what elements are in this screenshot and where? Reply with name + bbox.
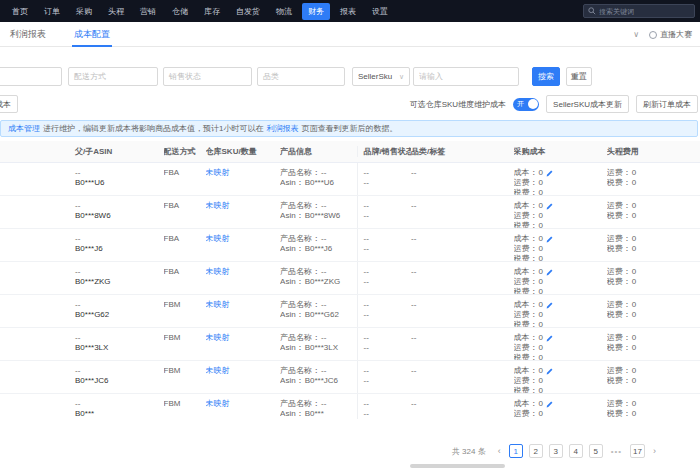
profit-report-link[interactable]: 利润报表 — [266, 123, 298, 134]
page-number-button[interactable]: 17 — [630, 444, 645, 458]
action-right-group: 可选仓库SKU维度维护成本 开 SellerSKU成本更新 刷新订单成本 — [410, 95, 698, 113]
prev-page-button[interactable]: ‹ — [496, 446, 503, 456]
cell-warehouse-sku: 未映射 — [206, 262, 281, 294]
table-row: -- B0***J6 FBA 未映射 产品名称： -- Asin： B0***J… — [0, 229, 700, 262]
tax-value: 0 — [539, 254, 543, 261]
hl-tax-label: 税费： — [607, 277, 631, 287]
global-search-input[interactable] — [599, 8, 689, 15]
freight-value: 0 — [539, 277, 543, 287]
reset-button[interactable]: 重置 — [566, 67, 592, 86]
chevron-down-icon[interactable]: ∨ — [633, 30, 639, 39]
notice-banner: 成本管理 进行维护，编辑更新成本将影响商品成本值，预计1小时可以在 利润报表 页… — [0, 120, 698, 137]
hl-freight-value: 0 — [632, 234, 636, 244]
hl-tax-value: 0 — [632, 244, 636, 254]
keyword-input[interactable] — [419, 72, 513, 81]
horizontal-scrollbar[interactable] — [410, 464, 505, 468]
hl-freight-value: 0 — [632, 333, 636, 343]
shop-filter-input[interactable] — [0, 72, 56, 81]
topnav-item[interactable]: 报表 — [334, 3, 362, 20]
cost-label: 成本： — [514, 201, 538, 211]
edit-cost-icon[interactable] — [546, 335, 553, 342]
edit-cost-icon[interactable] — [546, 401, 553, 408]
notice-text-1: 进行维护，编辑更新成本将影响商品成本值，预计1小时可以在 — [43, 123, 263, 134]
unmapped-link[interactable]: 未映射 — [206, 399, 230, 408]
unmapped-link[interactable]: 未映射 — [206, 234, 230, 243]
edit-cost-icon[interactable] — [546, 170, 553, 177]
edit-cost-icon[interactable] — [546, 236, 553, 243]
edit-cost-icon[interactable] — [546, 302, 553, 309]
warehouse-sku-toggle[interactable]: 开 — [513, 98, 539, 111]
sale-status-select[interactable]: 销售状态 — [163, 67, 252, 86]
sellersku-cost-update-button[interactable]: SellerSKU成本更新 — [546, 95, 629, 113]
unmapped-link[interactable]: 未映射 — [206, 333, 230, 342]
table-row: -- B0***U6 FBA 未映射 产品名称： -- Asin： B0***U… — [0, 163, 700, 196]
asin-value: B0***U6 — [305, 178, 334, 188]
global-search-box[interactable] — [583, 4, 695, 18]
unmapped-link[interactable]: 未映射 — [206, 267, 230, 276]
product-name-label: 产品名称： — [280, 168, 320, 178]
search-button[interactable]: 搜索 — [532, 67, 560, 86]
cell-warehouse-sku: 未映射 — [206, 163, 281, 195]
topnav-item[interactable]: 订单 — [38, 3, 66, 20]
edit-cost-icon[interactable] — [546, 203, 553, 210]
topnav-item[interactable]: 首页 — [6, 3, 34, 20]
tab-item[interactable]: 成本配置 — [74, 22, 110, 47]
cell-category-tag: -- — [411, 361, 514, 393]
import-cost-button[interactable]: 成本 — [0, 95, 18, 113]
page-number-button[interactable]: 4 — [569, 444, 583, 458]
parent-asin: -- — [75, 267, 164, 277]
brand-value: -- — [363, 399, 411, 409]
next-page-button[interactable]: › — [651, 446, 658, 456]
cell-category-tag: -- — [411, 229, 514, 261]
category-select[interactable]: 品类 — [257, 67, 345, 86]
keyword-box[interactable] — [413, 67, 519, 86]
cost-label: 成本： — [514, 333, 538, 343]
cell-delivery-method: FBM — [164, 295, 206, 327]
topnav-item[interactable]: 库存 — [198, 3, 226, 20]
unmapped-link[interactable]: 未映射 — [206, 300, 230, 309]
child-asin: B0***J6 — [75, 244, 164, 254]
topnav-item[interactable]: 采购 — [70, 3, 98, 20]
topnav-item[interactable]: 设置 — [366, 3, 394, 20]
topnav-item[interactable]: 头程 — [102, 3, 130, 20]
hl-freight-label: 运费： — [607, 168, 631, 178]
asin-value: B0***8W6 — [305, 211, 341, 221]
cell-parent-child-asin: -- B0***U6 — [0, 163, 164, 195]
live-event-label: 直播大赛 — [660, 29, 692, 40]
tab-item[interactable]: 利润报表 — [10, 22, 46, 47]
freight-label: 运费： — [514, 178, 538, 188]
cost-manage-link[interactable]: 成本管理 — [8, 123, 40, 134]
unmapped-link[interactable]: 未映射 — [206, 168, 230, 177]
page-number-button[interactable]: 1 — [509, 444, 523, 458]
page-number-button[interactable]: ••• — [609, 444, 624, 458]
refresh-order-cost-button[interactable]: 刷新订单成本 — [636, 95, 698, 113]
sku-type-select[interactable]: SellerSku ∨ — [352, 67, 410, 86]
topnav-item[interactable]: 物流 — [270, 3, 298, 20]
page-number-button[interactable]: 3 — [549, 444, 563, 458]
edit-cost-icon[interactable] — [546, 368, 553, 375]
status-value: -- — [363, 277, 411, 287]
cell-warehouse-sku: 未映射 — [206, 328, 281, 360]
table-row: -- B0***3LX FBM 未映射 产品名称： -- Asin： B0***… — [0, 328, 700, 361]
delivery-method-select[interactable]: 配送方式 — [68, 67, 158, 86]
topnav-item[interactable]: 营销 — [134, 3, 162, 20]
asin-label: Asin： — [280, 178, 304, 188]
page-number-button[interactable]: 2 — [529, 444, 543, 458]
edit-cost-icon[interactable] — [546, 269, 553, 276]
cell-warehouse-sku: 未映射 — [206, 361, 281, 393]
search-icon — [588, 7, 596, 15]
page-number-button[interactable]: 5 — [589, 444, 603, 458]
topnav-item[interactable]: 自发货 — [230, 3, 266, 20]
topnav-item[interactable]: 仓储 — [166, 3, 194, 20]
product-name-value: -- — [321, 234, 326, 244]
live-event-link[interactable]: 直播大赛 — [649, 29, 692, 40]
product-name-label: 产品名称： — [280, 333, 320, 343]
unmapped-link[interactable]: 未映射 — [206, 366, 230, 375]
unmapped-link[interactable]: 未映射 — [206, 201, 230, 210]
cell-delivery-method: FBA — [164, 196, 206, 228]
topnav-item[interactable]: 财务 — [302, 3, 330, 20]
shop-filter[interactable] — [0, 67, 62, 86]
cell-parent-child-asin: -- B0***G62 — [0, 295, 164, 327]
cell-category-tag: -- — [411, 328, 514, 360]
freight-value: 0 — [539, 409, 543, 419]
